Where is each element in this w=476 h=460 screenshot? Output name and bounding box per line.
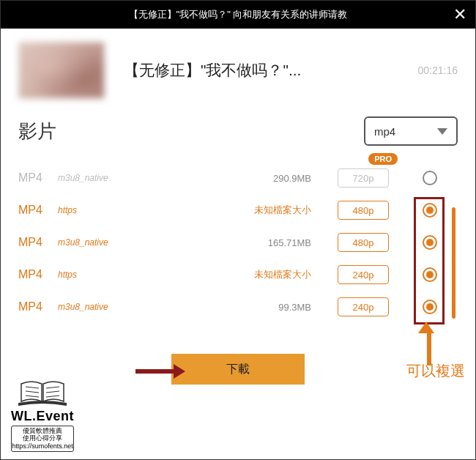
svg-line-3 xyxy=(46,387,59,388)
stream-row: MP4https未知檔案大小240p xyxy=(18,259,458,291)
svg-line-0 xyxy=(26,387,39,388)
format-select-value: mp4 xyxy=(374,125,395,138)
resolution-badge[interactable]: 480p xyxy=(338,233,389,252)
annotation-arrow-right xyxy=(135,364,185,379)
section-title: 影片 xyxy=(18,119,56,144)
resolution-badge[interactable]: 240p xyxy=(338,297,389,316)
stream-format: MP4 xyxy=(18,268,53,281)
format-select[interactable]: mp4 xyxy=(364,116,458,146)
resolution-badge[interactable]: 240p xyxy=(338,265,389,284)
stream-row: MP4m3u8_native290.9MB720pPRO xyxy=(18,162,458,194)
resolution-badge[interactable]: 480p xyxy=(338,201,389,220)
stream-select-radio[interactable] xyxy=(423,203,437,218)
svg-line-5 xyxy=(46,396,59,397)
video-title: 【无修正】"我不做吗？"... xyxy=(124,60,399,81)
window-title: 【无修正】"我不做吗？" 向和朋友有关系的讲师请教 xyxy=(129,8,348,21)
stream-protocol: https xyxy=(58,205,77,215)
main-panel: 【无修正】"我不做吗？"... 00:21:16 影片 mp4 MP4m3u8_… xyxy=(1,29,475,392)
stream-size: 290.9MB xyxy=(273,173,311,184)
stream-size: 99.3MB xyxy=(278,302,311,313)
window-titlebar: 【无修正】"我不做吗？" 向和朋友有关系的讲师请教 ✕ xyxy=(1,1,475,29)
download-label: 下載 xyxy=(226,362,250,377)
download-button[interactable]: 下載 xyxy=(171,354,305,385)
stream-row: MP4m3u8_native165.71MB480p xyxy=(18,226,458,259)
svg-line-4 xyxy=(46,391,59,393)
stream-format: MP4 xyxy=(18,300,53,314)
stream-list: MP4m3u8_native290.9MB720pPROMP4https未知檔案… xyxy=(18,162,458,323)
video-thumbnail xyxy=(18,42,105,99)
stream-format: MP4 xyxy=(18,171,53,185)
stream-format: MP4 xyxy=(18,236,53,249)
stream-row: MP4m3u8_native99.3MB240p xyxy=(18,291,458,323)
stream-row: MP4https未知檔案大小480p xyxy=(18,194,458,226)
stream-select-radio[interactable] xyxy=(423,171,437,185)
book-icon xyxy=(17,376,68,409)
svg-line-1 xyxy=(26,391,39,393)
video-header: 【无修正】"我不做吗？"... 00:21:16 xyxy=(18,42,458,99)
watermark-title: WL.Event xyxy=(11,409,74,424)
annotation-arrow-up xyxy=(424,322,434,366)
stream-protocol: m3u8_native xyxy=(58,173,108,183)
svg-line-2 xyxy=(26,396,39,397)
watermark-sub: 優質軟體推薦 使用心得分享 https://sumofents.net xyxy=(11,426,74,452)
stream-select-radio[interactable] xyxy=(423,267,437,282)
video-duration: 00:21:16 xyxy=(418,64,458,76)
stream-select-radio[interactable] xyxy=(423,235,437,250)
stream-select-radio[interactable] xyxy=(423,300,437,314)
resolution-badge: 720p xyxy=(338,168,389,188)
stream-size: 165.71MB xyxy=(268,237,311,248)
chevron-down-icon xyxy=(437,128,447,135)
stream-protocol: m3u8_native xyxy=(58,237,108,248)
stream-size: 未知檔案大小 xyxy=(254,204,311,217)
stream-size: 未知檔案大小 xyxy=(254,268,311,281)
annotation-multiselect-label: 可以複選 xyxy=(406,361,465,381)
watermark: WL.Event 優質軟體推薦 使用心得分享 https://sumofents… xyxy=(11,376,74,452)
stream-protocol: https xyxy=(58,270,77,280)
stream-format: MP4 xyxy=(18,204,53,217)
stream-protocol: m3u8_native xyxy=(58,302,108,312)
close-icon[interactable]: ✕ xyxy=(453,5,466,24)
pro-badge: PRO xyxy=(368,153,398,165)
section-header: 影片 mp4 xyxy=(18,116,458,146)
